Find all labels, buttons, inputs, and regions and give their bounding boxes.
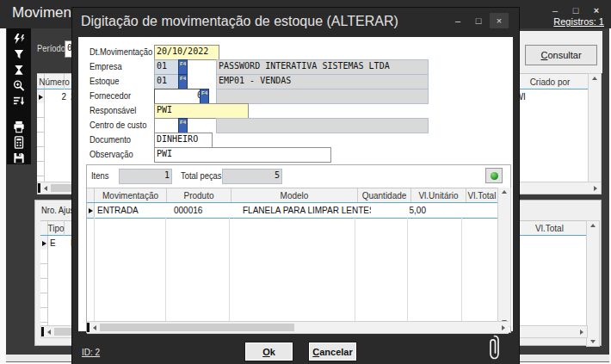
movements-grid-vscrollbar[interactable] xyxy=(588,73,602,188)
scroll-left-icon[interactable] xyxy=(93,325,96,330)
close-icon[interactable]: × xyxy=(490,13,509,28)
scroll-right-icon[interactable] xyxy=(580,330,583,335)
cell-vl-unitario xyxy=(429,203,488,218)
grid-divider xyxy=(355,217,355,321)
empresa-label: Empresa xyxy=(89,62,122,71)
col-movimentacao-header[interactable]: Movimentação xyxy=(95,188,167,203)
green-ball-icon xyxy=(491,172,498,180)
side-toolbar xyxy=(7,28,31,164)
centro-custo-label: Centro de custo xyxy=(89,120,146,130)
zoom-icon[interactable] xyxy=(12,79,26,92)
fornecedor-desc-field xyxy=(216,89,429,104)
items-grid-vscrollbar[interactable] xyxy=(497,188,511,327)
grid-divider xyxy=(94,217,95,321)
row-indicator-icon xyxy=(87,203,95,218)
attachment-paperclip-icon[interactable] xyxy=(487,334,502,364)
scrollbar-tick xyxy=(41,327,44,336)
row-indicator-icon xyxy=(40,236,48,250)
minimize-icon[interactable]: – xyxy=(448,13,467,28)
col-vl-unitario-header[interactable]: Vl.Unitário xyxy=(411,188,466,203)
cell-tipo: E xyxy=(48,236,68,250)
col-quantidade-header[interactable]: Quantidade xyxy=(358,188,411,203)
items-grid-row[interactable]: ENTRADA 000016 FLANELA PARA LIMPAR LENTE… xyxy=(87,202,497,219)
dialog-body: Dt.Movimentação 20/10/2022 Empresa 01 F4… xyxy=(78,37,513,331)
documento-label: Documento xyxy=(89,135,131,145)
cell-produto: 000016 xyxy=(171,203,240,218)
registros-link[interactable]: Registros: 1 xyxy=(553,16,604,27)
scroll-right-icon[interactable] xyxy=(594,186,597,191)
col-produto-header[interactable]: Produto xyxy=(167,188,231,203)
main-window-title: Moviment xyxy=(12,4,76,22)
documento-field[interactable]: DINHEIRO xyxy=(154,133,213,148)
execute-icon[interactable] xyxy=(12,33,26,46)
scroll-right-icon[interactable] xyxy=(502,325,505,330)
scroll-down-icon[interactable] xyxy=(590,340,596,343)
col-tipo-header[interactable]: Tipo xyxy=(48,221,65,236)
clear-filter-icon[interactable] xyxy=(12,64,26,77)
fornecedor-label: Fornecedor xyxy=(89,91,131,101)
dialog-title: Digitação de movimentação de estoque (AL… xyxy=(81,14,398,29)
save-icon[interactable] xyxy=(12,151,26,164)
row-indicator-icon xyxy=(37,89,45,104)
id-link[interactable]: ID: 2 xyxy=(82,348,100,357)
scroll-up-icon[interactable] xyxy=(592,77,597,80)
centro-custo-desc-field xyxy=(216,118,429,133)
itens-count-field: 1 xyxy=(119,169,172,184)
main-window-left-border xyxy=(0,28,6,364)
calculator-icon[interactable] xyxy=(12,136,26,149)
col-numero-header[interactable]: Número xyxy=(45,74,65,89)
responsavel-label: Responsável xyxy=(89,106,136,115)
grid-divider xyxy=(165,217,166,321)
scroll-up-icon[interactable] xyxy=(502,190,507,194)
filter-icon[interactable] xyxy=(12,48,26,61)
estoque-label: Estoque xyxy=(89,77,120,86)
sort-icon[interactable] xyxy=(12,95,26,108)
grid-divider xyxy=(461,217,462,321)
ok-button[interactable]: Ok xyxy=(244,342,293,361)
ajuste-grid-indicator-strip xyxy=(40,250,48,325)
grid-divider xyxy=(407,217,408,321)
grid-divider xyxy=(229,217,230,321)
scrollbar-tick xyxy=(87,323,89,332)
consultar-button[interactable]: Consultar xyxy=(525,45,597,65)
cell-quantidade: 5,00 xyxy=(371,203,429,218)
ajuste-group-label: Nro. Ajus xyxy=(41,206,74,215)
maximize-icon[interactable]: □ xyxy=(469,13,488,28)
cell-numero: 2 xyxy=(45,89,68,104)
movements-grid-indicator-strip xyxy=(37,103,45,182)
print-icon[interactable] xyxy=(12,120,26,133)
observacao-label: Observação xyxy=(89,150,133,159)
empresa-desc-field: PASSWORD INTERATIVA SISTEMAS LTDA xyxy=(216,59,429,75)
total-pecas-label: Total peças xyxy=(181,171,222,181)
periodo-label: Período xyxy=(37,44,65,53)
observacao-field[interactable]: PWI xyxy=(154,147,331,163)
total-pecas-field: 5 xyxy=(222,169,282,184)
scrollbar-thumb[interactable] xyxy=(100,324,294,331)
cancel-button[interactable]: Cancelar xyxy=(308,342,357,361)
screen: Moviment – □ × Registros: 1 xyxy=(0,0,611,364)
itens-label: Itens xyxy=(91,171,108,181)
dt-movimentacao-field[interactable]: 20/10/2022 xyxy=(154,45,219,60)
col-vl-total-header[interactable]: Vl.Total xyxy=(513,221,586,236)
cell-modelo: FLANELA PARA LIMPAR LENTES xyxy=(240,203,371,218)
cell-vl-total xyxy=(488,203,497,218)
dialog-controls: – □ × xyxy=(448,13,509,28)
scroll-left-icon[interactable] xyxy=(47,330,51,335)
estoque-desc-field: EMP01 - VENDAS xyxy=(216,74,429,89)
scroll-left-icon[interactable] xyxy=(44,186,47,191)
refresh-items-button[interactable] xyxy=(485,168,503,183)
stock-movement-dialog: Digitação de movimentação de estoque (AL… xyxy=(71,7,520,364)
items-grid-hscrollbar[interactable] xyxy=(87,321,509,334)
ajuste-grid-vscrollbar[interactable] xyxy=(586,220,600,347)
cell-movimentacao: ENTRADA xyxy=(95,203,171,218)
fornecedor-field[interactable]: 0 xyxy=(154,89,205,104)
col-modelo-header[interactable]: Modelo xyxy=(231,188,358,203)
dt-movimentacao-label: Dt.Movimentação xyxy=(89,47,152,57)
indicator-column-header xyxy=(87,188,95,203)
col-criado-por-header[interactable]: Criado por xyxy=(512,74,588,89)
scroll-up-icon[interactable] xyxy=(590,224,596,227)
col-vl-total-header[interactable]: Vl.Total xyxy=(466,188,497,203)
responsavel-field[interactable]: PWI xyxy=(154,103,249,119)
scrollbar-tick xyxy=(38,183,40,193)
items-panel: Itens 1 Total peças 5 Movimentação Produ… xyxy=(86,164,511,333)
